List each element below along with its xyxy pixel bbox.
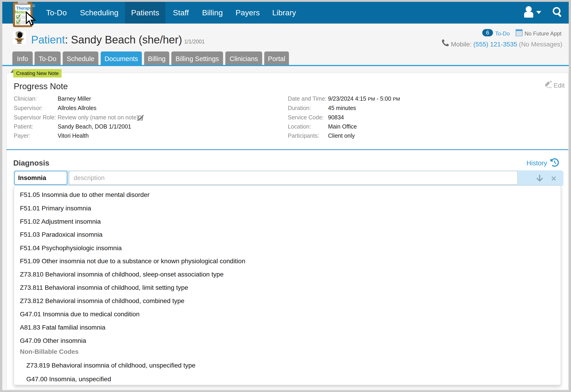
svg-text:R: R <box>33 5 34 7</box>
